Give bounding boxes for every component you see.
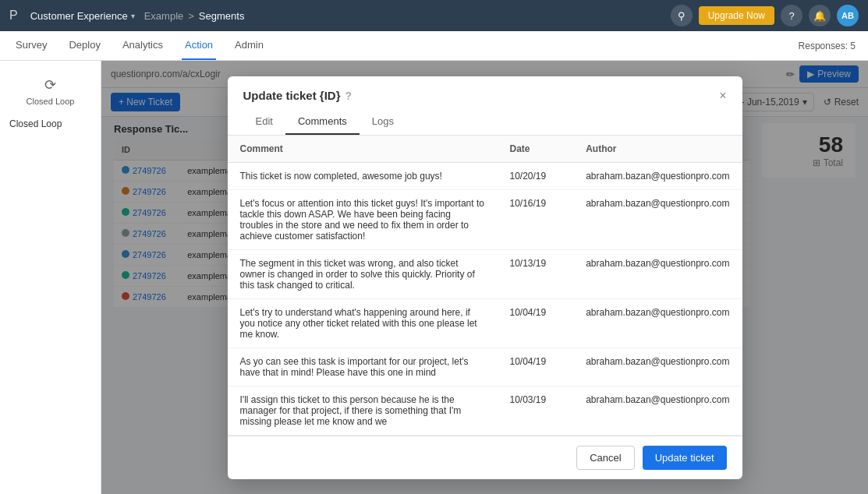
- content-area: questionpro.com/a/cxLogir ✏ ▶ Preview + …: [101, 61, 868, 494]
- comment-author: abraham.bazan@questionpro.com: [573, 249, 742, 298]
- comments-col-author: Author: [573, 136, 742, 163]
- closed-loop-icon: ⟳: [44, 76, 56, 94]
- sidebar-item-closed-loop[interactable]: ⟳ Closed Loop: [6, 70, 94, 112]
- comment-date: 10/04/19: [497, 298, 573, 348]
- comment-row: Let's focus or attention into this ticke…: [228, 189, 742, 249]
- help-icon: ?: [788, 10, 794, 22]
- comment-text: As yo can see this task is important for…: [228, 348, 498, 386]
- nav-item-deploy[interactable]: Deploy: [66, 31, 103, 60]
- bell-icon: 🔔: [813, 10, 826, 22]
- tab-edit[interactable]: Edit: [243, 109, 285, 135]
- comment-author: abraham.bazan@questionpro.com: [573, 298, 742, 348]
- comment-author: abraham.bazan@questionpro.com: [573, 386, 742, 435]
- notifications-button[interactable]: 🔔: [809, 5, 831, 26]
- top-nav-actions: ⚲ Upgrade Now ? 🔔 AB: [671, 5, 859, 26]
- comment-date: 10/13/19: [497, 249, 573, 298]
- nav-item-survey[interactable]: Survey: [12, 31, 50, 60]
- comment-author: abraham.bazan@questionpro.com: [573, 348, 742, 386]
- search-button[interactable]: ⚲: [671, 5, 693, 26]
- comment-date: 10/04/19: [497, 348, 573, 386]
- nav-item-admin[interactable]: Admin: [232, 31, 267, 60]
- nav-item-analytics[interactable]: Analytics: [119, 31, 166, 60]
- search-icon: ⚲: [678, 10, 686, 22]
- modal-close-button[interactable]: ×: [719, 89, 726, 103]
- comment-text: The segment in this ticket was wrong, an…: [228, 249, 498, 298]
- comments-col-comment: Comment: [228, 136, 498, 163]
- comment-author: abraham.bazan@questionpro.com: [573, 189, 742, 249]
- modal-footer: Cancel Update ticket: [228, 436, 742, 479]
- upgrade-button[interactable]: Upgrade Now: [699, 6, 774, 25]
- comment-date: 10/20/19: [497, 162, 573, 189]
- comment-text: Let's focus or attention into this ticke…: [228, 189, 498, 249]
- tab-logs[interactable]: Logs: [360, 109, 406, 135]
- modal-header: Update ticket {ID} ? ×: [228, 76, 742, 103]
- tab-comments[interactable]: Comments: [285, 109, 360, 135]
- secondary-navigation: Survey Deploy Analytics Action Admin Res…: [0, 31, 868, 61]
- comments-col-date: Date: [497, 136, 573, 163]
- modal-body: Comment Date Author This ticket is now c…: [228, 136, 742, 436]
- comment-row: This ticket is now completed, awesome jo…: [228, 162, 742, 189]
- responses-count: Responses: 5: [799, 41, 856, 51]
- modal-help-icon[interactable]: ?: [345, 90, 353, 102]
- comment-text: This ticket is now completed, awesome jo…: [228, 162, 498, 189]
- help-button[interactable]: ?: [781, 5, 802, 26]
- app-logo-icon: P: [9, 9, 18, 23]
- comment-row: I'll assign this ticket to this person b…: [228, 386, 742, 435]
- sidebar: ⟳ Closed Loop Closed Loop: [0, 61, 101, 494]
- comment-text: Let's try to understand what's happening…: [228, 298, 498, 348]
- update-ticket-button[interactable]: Update ticket: [643, 446, 727, 470]
- comment-row: Let's try to understand what's happening…: [228, 298, 742, 348]
- cancel-button[interactable]: Cancel: [576, 446, 634, 470]
- modal-overlay: Update ticket {ID} ? × Edit Comments Log…: [101, 61, 868, 494]
- modal-tabs: Edit Comments Logs: [228, 109, 742, 136]
- avatar-button[interactable]: AB: [837, 5, 859, 26]
- comment-text: I'll assign this ticket to this person b…: [228, 386, 498, 435]
- comment-author: abraham.bazan@questionpro.com: [573, 162, 742, 189]
- comment-date: 10/03/19: [497, 386, 573, 435]
- update-ticket-modal: Update ticket {ID} ? × Edit Comments Log…: [228, 76, 742, 479]
- top-navigation: P Customer Experience ▾ Example > Segmen…: [0, 0, 868, 31]
- main-layout: ⟳ Closed Loop Closed Loop questionpro.co…: [0, 61, 868, 494]
- comment-row: The segment in this ticket was wrong, an…: [228, 249, 742, 298]
- sidebar-item-label: Closed Loop: [27, 97, 75, 106]
- comments-table: Comment Date Author This ticket is now c…: [228, 136, 742, 436]
- sidebar-section-closed-loop: Closed Loop: [6, 112, 94, 136]
- nav-item-action[interactable]: Action: [182, 31, 216, 60]
- app-dropdown-icon: ▾: [131, 12, 135, 20]
- modal-title: Update ticket {ID} ?: [243, 89, 353, 102]
- breadcrumb: Example > Segments: [144, 10, 245, 22]
- app-name[interactable]: Customer Experience ▾: [30, 10, 135, 22]
- comment-date: 10/16/19: [497, 189, 573, 249]
- comment-row: As yo can see this task is important for…: [228, 348, 742, 386]
